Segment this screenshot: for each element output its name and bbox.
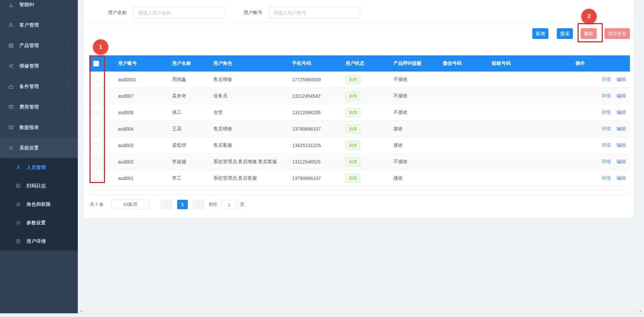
row-checkbox[interactable]	[93, 94, 98, 99]
status-badge: 启用	[345, 75, 360, 84]
row-checkbox[interactable]	[93, 127, 98, 132]
sidebar-item[interactable]: 维修管理	[0, 56, 78, 76]
cell-actions: 详情 编辑	[572, 175, 630, 181]
edit-link[interactable]: 编辑	[616, 159, 626, 164]
page-unit-label: 页	[240, 200, 245, 209]
cell-actions: 详情 编辑	[572, 126, 630, 132]
sidebar-subitem[interactable]: 参数设置	[0, 214, 78, 232]
sidebar-item[interactable]: 数据报表	[0, 117, 78, 138]
table-row: asd003 孟铅华 售后客服 13425131225 启用 接收 详情 编辑	[89, 137, 630, 154]
cell-account: asd001	[115, 176, 169, 181]
sidebar-item-icon	[8, 125, 14, 131]
user-account-label: 用户账号	[244, 6, 262, 19]
page-size-select[interactable]: 10条/页	[111, 199, 150, 210]
sidebar-item[interactable]: 费用管理	[0, 97, 78, 117]
row-checkbox[interactable]	[93, 110, 98, 115]
horizontal-scrollbar[interactable]: ◂ ▸	[78, 308, 644, 314]
sidebar-item-label: 产品管理	[19, 43, 39, 49]
search-button[interactable]: 搜索	[557, 28, 573, 39]
cell-phone: 13790696107	[289, 126, 342, 132]
sidebar-item-label: 客户管理	[19, 22, 39, 28]
detail-link[interactable]: 详情	[601, 109, 611, 115]
sidebar-subitem[interactable]: 角色和权限	[0, 195, 78, 214]
sidebar-item-label: 维修管理	[19, 63, 39, 69]
row-checkbox-cell	[89, 159, 115, 165]
cell-actions: 详情 编辑	[572, 93, 630, 99]
detail-link[interactable]: 详情	[601, 126, 611, 131]
page-number-1[interactable]: 1	[177, 200, 188, 209]
status-badge: 启用	[345, 108, 360, 117]
table-header-cell: 微信号码	[439, 60, 488, 66]
scroll-left-arrow-icon[interactable]: ◂	[78, 308, 84, 314]
row-checkbox-cell	[89, 176, 115, 181]
sidebar-item[interactable]: 产品管理	[0, 35, 78, 56]
sidebar-item[interactable]: 备件管理	[0, 76, 78, 97]
sidebar-item[interactable]: 客户管理	[0, 15, 78, 35]
table-row: asd0001 周炜鑫 售后维修 17725984939 启用 不接收 详情 编…	[89, 72, 630, 88]
prev-page-button[interactable]	[160, 200, 172, 209]
table-row: asd001 李工 系统管理员,售后客服 13790696107 启用 接收 详…	[89, 170, 630, 187]
detail-link[interactable]: 详情	[601, 175, 611, 181]
cell-status: 启用	[342, 108, 390, 117]
table-header-cell: 用户角色	[210, 60, 289, 66]
chevron-down-icon	[66, 125, 70, 130]
cell-status: 启用	[342, 157, 390, 166]
cell-name: 孟铅华	[169, 142, 210, 148]
cell-phone: 13112546525	[289, 159, 342, 165]
add-button[interactable]: 新增	[532, 28, 548, 39]
cell-phone: 13112894255	[289, 110, 342, 115]
cell-status: 启用	[342, 141, 390, 150]
edit-link[interactable]: 编辑	[616, 126, 626, 131]
cell-name: 周炜鑫	[169, 77, 210, 83]
row-checkbox[interactable]	[93, 176, 98, 181]
row-checkbox-cell	[89, 143, 115, 148]
chevron-down-icon	[66, 64, 70, 68]
cell-notify: 接收	[390, 175, 439, 181]
user-name-input[interactable]	[133, 6, 225, 19]
detail-link[interactable]: 详情	[601, 77, 611, 82]
cell-notify: 不接收	[390, 109, 439, 116]
sidebar-subitem-icon	[15, 238, 21, 244]
row-checkbox[interactable]	[93, 77, 98, 82]
cell-account: asd003	[115, 143, 169, 148]
sidebar-item[interactable]: 智能BI	[0, 0, 78, 15]
sidebar-subitem[interactable]: 扫码日志	[0, 177, 78, 195]
user-table: 用户账号 用户名称 用户角色 手机号码 用户状态 产品呼叫提醒 微信号码 邮箱号…	[89, 55, 630, 187]
table-header-cell: 用户账号	[115, 60, 169, 66]
status-badge: 启用	[345, 125, 360, 133]
edit-link[interactable]: 编辑	[616, 175, 626, 181]
select-all-checkbox[interactable]	[93, 61, 99, 66]
table-header-cell: 邮箱号码	[488, 60, 572, 66]
sidebar-item[interactable]: 系统设置	[0, 138, 78, 158]
header-checkbox-cell	[89, 60, 115, 66]
edit-link[interactable]: 编辑	[616, 109, 626, 115]
row-checkbox[interactable]	[93, 143, 98, 148]
pagination-total: 共 7 条	[90, 200, 103, 209]
goto-page-input[interactable]	[221, 200, 237, 209]
page-size-value: 10条/页	[123, 201, 138, 208]
status-badge: 启用	[345, 157, 360, 166]
edit-link[interactable]: 编辑	[616, 93, 626, 98]
sidebar-subitem[interactable]: 人员管理	[0, 158, 78, 177]
table-header-cell: 操作	[572, 60, 630, 66]
goto-label: 前往	[209, 200, 217, 209]
table-row: asd004 王晨 售后维修 13790696107 启用 接收 详情 编辑	[89, 121, 630, 137]
cell-account: asd0001	[115, 77, 169, 82]
sidebar-subitem-label: 角色和权限	[26, 201, 51, 208]
sidebar-subitem[interactable]: 用户详情	[0, 232, 78, 251]
row-checkbox[interactable]	[93, 160, 98, 165]
sidebar-subitem-icon	[15, 220, 21, 226]
cell-notify: 不接收	[390, 93, 439, 99]
detail-link[interactable]: 详情	[601, 142, 611, 148]
delete-button[interactable]: 删除	[581, 28, 597, 39]
detail-link[interactable]: 详情	[601, 159, 611, 164]
chevron-right-icon	[197, 201, 201, 208]
scroll-right-arrow-icon[interactable]: ▸	[638, 308, 643, 314]
clear-all-button[interactable]: 清空所有	[604, 28, 630, 39]
edit-link[interactable]: 编辑	[616, 77, 626, 82]
sidebar-item-label: 数据报表	[19, 125, 39, 131]
next-page-button[interactable]	[193, 200, 205, 209]
detail-link[interactable]: 详情	[601, 93, 611, 98]
user-account-input[interactable]	[268, 6, 360, 19]
edit-link[interactable]: 编辑	[616, 142, 626, 148]
